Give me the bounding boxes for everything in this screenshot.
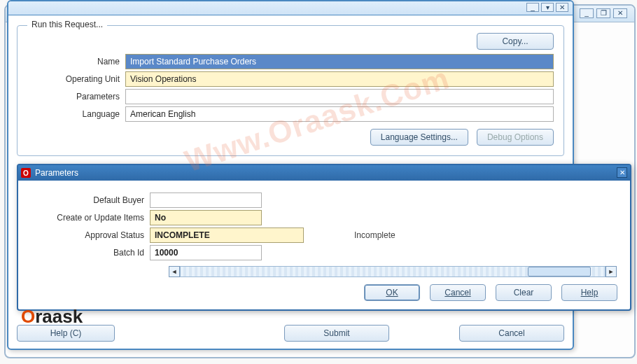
name-label: Name [27,57,125,66]
submit-button[interactable]: Submit [284,325,389,342]
approval-status-text: Incomplete [354,230,396,240]
language-input[interactable] [125,106,554,122]
create-update-input[interactable] [150,210,262,225]
batch-id-label: Batch Id [31,248,150,258]
approval-status-input[interactable] [150,227,304,243]
oracle-logo-icon: O [21,168,31,178]
parameters-input[interactable] [125,89,554,104]
scroll-thumb[interactable] [528,267,591,276]
req-restore-button[interactable]: ▾ [541,3,554,12]
req-close-button[interactable]: ✕ [556,3,568,12]
param-cancel-button[interactable]: Cancel [430,284,486,301]
parameters-label: Parameters [27,92,125,102]
bg-minimize-button[interactable]: _ [580,8,594,18]
clear-button[interactable]: Clear [496,284,552,301]
ok-button[interactable]: OK [364,284,420,301]
language-settings-button[interactable]: Language Settings... [370,129,468,146]
bg-restore-button[interactable]: ❐ [596,8,610,18]
group-title: Run this Request... [27,20,107,29]
scroll-right-icon[interactable]: ► [606,266,617,277]
approval-status-label: Approval Status [31,230,150,240]
scroll-track[interactable] [180,266,606,277]
name-input[interactable] [125,54,554,69]
run-request-group: Run this Request... Copy... Name Operati… [17,25,564,156]
cancel-button[interactable]: Cancel [459,325,564,342]
parameters-dialog: O Parameters ✕ Www.Oraask.Com Default Bu… [17,164,631,311]
default-buyer-input[interactable] [150,192,262,208]
brand-text: Oraask [21,306,83,328]
parameters-title-text: Parameters [35,168,78,178]
req-minimize-button[interactable]: _ [526,3,539,12]
operating-unit-label: Operating Unit [27,74,125,84]
bg-close-button[interactable]: ✕ [613,8,627,18]
param-help-button[interactable]: Help [561,284,617,301]
scroll-left-icon[interactable]: ◄ [169,266,180,277]
operating-unit-input[interactable] [125,71,554,87]
batch-id-input[interactable] [150,245,262,260]
default-buyer-label: Default Buyer [31,195,150,205]
parameters-titlebar[interactable]: O Parameters ✕ [18,165,630,181]
run-request-bottom-bar: Help (C) Submit Cancel [17,325,564,342]
param-horizontal-scrollbar[interactable]: ◄ ► [169,266,617,277]
create-update-label: Create or Update Items [31,213,150,223]
run-request-titlebar: _ ▾ ✕ [8,1,573,15]
parameters-close-button[interactable]: ✕ [617,167,627,178]
debug-options-button[interactable]: Debug Options [477,129,554,146]
language-label: Language [27,109,125,119]
copy-button[interactable]: Copy... [477,33,554,50]
